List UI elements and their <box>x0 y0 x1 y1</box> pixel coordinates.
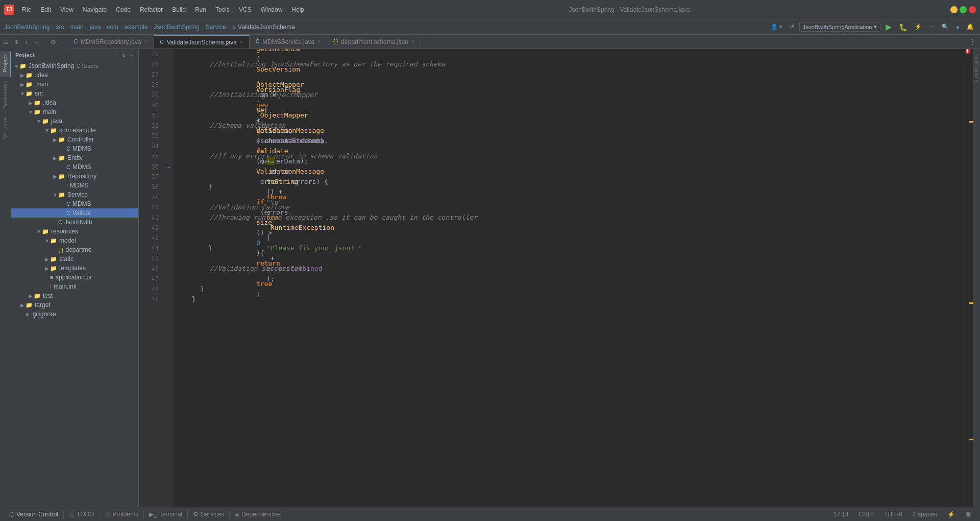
tree-item-test[interactable]: ▶ 📁 test <box>11 291 138 300</box>
breadcrumb-com[interactable]: com <box>107 23 118 31</box>
toolbar-btn3[interactable]: ↕ <box>22 35 31 49</box>
tree-item-main[interactable]: ▼ 📁 main <box>11 107 138 116</box>
tree-item-gitignore[interactable]: ≡ .gitignore <box>11 310 138 319</box>
menu-window[interactable]: Window <box>257 4 287 15</box>
menu-vcs[interactable]: VCS <box>235 4 256 15</box>
notifications-panel-btn[interactable]: Notifications <box>973 51 980 85</box>
tree-item-mdms-repo[interactable]: I MDMS <box>11 181 138 190</box>
menu-file[interactable]: File <box>17 4 35 15</box>
code-scroll[interactable]: 25 26 27 28 29 30 31 32 33 34 35 36 37 3… <box>139 49 966 507</box>
sidebar-settings-btn[interactable]: ⚙ <box>120 53 127 58</box>
tree-item-jsonbwith[interactable]: C JsonBwith <box>11 218 138 227</box>
menu-view[interactable]: View <box>56 4 78 15</box>
code-line-37[interactable]: errorsCombined += error. toString () + "… <box>174 172 966 182</box>
tree-item-target[interactable]: ▶ 📁 target <box>11 300 138 310</box>
status-position[interactable]: 17:14 <box>828 511 854 518</box>
tree-item-entity[interactable]: ▶ 📁 Entity <box>11 153 138 162</box>
menu-run[interactable]: Run <box>191 4 210 15</box>
toolbar-toggle[interactable]: ☰ <box>0 35 11 49</box>
tree-item-service[interactable]: ▼ 📁 Service <box>11 190 138 199</box>
tree-item-validatejsonschema[interactable]: C Validat <box>11 208 138 218</box>
tab-close-mdmsservice[interactable]: × <box>317 39 321 44</box>
status-encoding[interactable]: UTF-8 <box>880 511 908 518</box>
tree-item-idea[interactable]: ▶ 📁 .idea <box>11 70 138 80</box>
close-button[interactable] <box>969 6 976 13</box>
tab-close-mdmsrepository[interactable]: × <box>144 39 148 44</box>
tab-mdmsservice[interactable]: C MDMSService.java × <box>250 35 327 49</box>
tree-item-repository[interactable]: ▶ 📁 Repository <box>11 172 138 181</box>
run-button[interactable]: ▶ <box>884 21 894 33</box>
tree-item-mdms-controller[interactable]: C MDMS <box>11 144 138 153</box>
code-lines[interactable]: //Initializing JsonSchemaFactory as per … <box>174 49 966 507</box>
tree-item-main-iml[interactable]: I main.iml <box>11 282 138 291</box>
run-config[interactable]: JsonBwithSpringApplication ▾ <box>799 22 881 32</box>
menu-tools[interactable]: Tools <box>211 4 234 15</box>
tree-item-department-json[interactable]: { } departme <box>11 245 138 254</box>
breadcrumb-jsonbwithspring[interactable]: JsonBwithSpring <box>154 23 199 31</box>
toolbar-btn2[interactable]: ⊕ <box>11 35 22 49</box>
left-tab-project[interactable]: Project <box>0 51 11 77</box>
status-layout[interactable]: ▣ <box>960 511 976 518</box>
tab-close-validatejsonschema[interactable]: × <box>240 39 243 45</box>
tab-mdmsrepository[interactable]: C MDMSRepository.java × <box>68 35 154 49</box>
settings-button[interactable]: ● <box>954 23 962 31</box>
breadcrumb-java[interactable]: java <box>89 23 101 31</box>
back-button[interactable]: ↺ <box>788 22 796 31</box>
tree-item-java[interactable]: ▼ 📁 java <box>11 116 138 126</box>
sidebar-close-btn[interactable]: − <box>129 53 134 58</box>
breadcrumb-src[interactable]: src <box>56 23 64 31</box>
minimize-button[interactable] <box>950 6 958 13</box>
search-button[interactable]: 🔍 <box>940 22 951 31</box>
menu-build[interactable]: Build <box>168 4 190 15</box>
breadcrumb-project[interactable]: JsonBwithSpring <box>4 23 50 31</box>
status-line-ending[interactable]: CRLF <box>854 511 880 518</box>
left-tab-bookmarks[interactable]: Bookmarks <box>0 77 11 113</box>
breadcrumb-main[interactable]: main <box>70 23 83 31</box>
toolbar-btn4[interactable]: ↔ <box>31 35 43 49</box>
status-services[interactable]: ⚙ Services <box>188 507 229 521</box>
tree-item-mvn[interactable]: ▶ 📁 .mvn <box>11 80 138 89</box>
toolbar-minus[interactable]: − <box>59 35 68 49</box>
toolbar-settings[interactable]: ⚙ <box>47 35 59 49</box>
code-line-46[interactable]: //Validation successful <box>174 264 966 274</box>
breadcrumb-service[interactable]: Service <box>206 23 226 31</box>
tab-more[interactable]: ⋮ <box>965 35 980 49</box>
tree-item-static[interactable]: ▶ 📁 static <box>11 254 138 264</box>
profile-button[interactable]: 👤 ▾ <box>769 22 785 31</box>
status-dependencies[interactable]: ◈ Dependencies <box>230 507 286 521</box>
status-terminal[interactable]: ▶_ Terminal <box>144 507 187 521</box>
code-line-43[interactable]: throw new RuntimeException ( "Please fix… <box>174 233 966 243</box>
sidebar-expand-btn[interactable]: ↕ <box>114 53 118 58</box>
tree-item-mdms-entity[interactable]: C MDMS <box>11 162 138 172</box>
tree-item-resources[interactable]: ▼ 📁 resources <box>11 227 138 236</box>
tree-item-model[interactable]: ▼ 📁 model <box>11 236 138 245</box>
status-problems[interactable]: ⚠ Problems <box>100 507 144 521</box>
menu-navigate[interactable]: Navigate <box>79 4 111 15</box>
notifications-button[interactable]: 🔔 <box>965 22 976 31</box>
status-todo[interactable]: ☰ TODO <box>64 507 99 521</box>
tree-item-src[interactable]: ▼ 📁 src <box>11 89 138 98</box>
tree-item-src-idea[interactable]: ▶ 📁 .idea <box>11 98 138 107</box>
menu-help[interactable]: Help <box>287 4 308 15</box>
tab-validatejsonschema[interactable]: C ValidateJsonSchema.java × <box>154 35 250 49</box>
status-indent[interactable]: 4 spaces <box>908 511 942 518</box>
menu-edit[interactable]: Edit <box>36 4 55 15</box>
tab-close-departmentschema[interactable]: × <box>411 39 414 44</box>
more-button[interactable]: ⋯ <box>927 22 937 31</box>
tree-item-templates[interactable]: ▶ 📁 templates <box>11 264 138 273</box>
tree-item-application[interactable]: ≡ application.pr <box>11 273 138 282</box>
status-power[interactable]: ⚡ <box>942 511 960 518</box>
left-tab-structure[interactable]: Structure <box>0 113 11 144</box>
tree-item-controller[interactable]: ▶ 📁 Controller <box>11 135 138 144</box>
menu-code[interactable]: Code <box>112 4 135 15</box>
coverage-button[interactable]: ⚡ <box>913 22 924 31</box>
menu-refactor[interactable]: Refactor <box>136 4 167 15</box>
tree-item-mdms-service[interactable]: C MDMS <box>11 199 138 208</box>
status-version-control[interactable]: ⬡ Version Control <box>4 507 63 521</box>
maximize-button[interactable] <box>960 6 967 13</box>
tab-departmentschema[interactable]: { } department.schema.json × <box>327 35 421 49</box>
code-line-49[interactable]: } <box>174 294 966 304</box>
breadcrumb-example[interactable]: example <box>125 23 148 31</box>
tree-item-root[interactable]: ▼ 📁 JsonBwithSpring C:\Users <box>11 61 138 70</box>
tree-item-com-example[interactable]: ▼ 📁 com.example <box>11 126 138 135</box>
